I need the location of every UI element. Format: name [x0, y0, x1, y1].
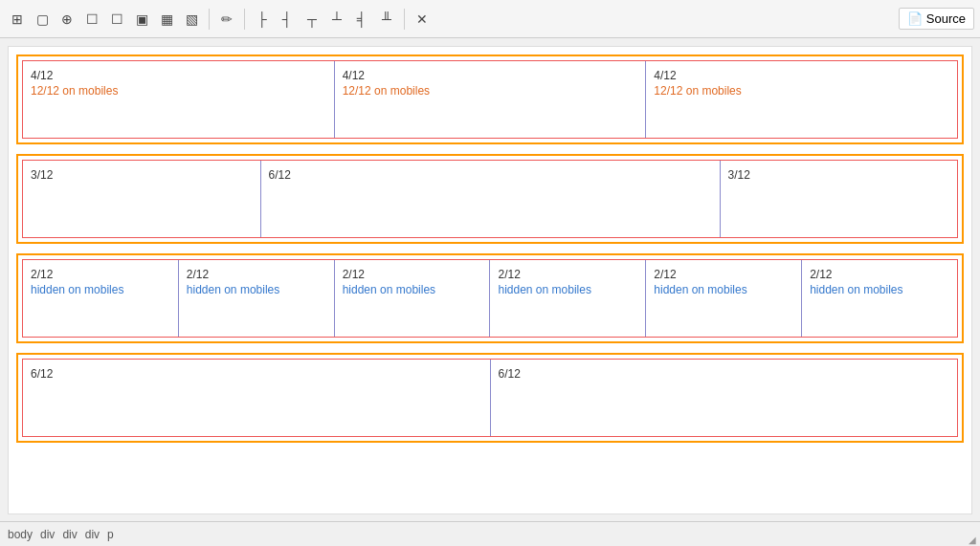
col-sub-label: hidden on mobiles: [31, 283, 170, 296]
col-fraction-label: 2/12: [31, 268, 170, 281]
col-cell-r1-c2[interactable]: 4/1212/12 on mobiles: [335, 61, 647, 138]
row-sel-icon[interactable]: ☐: [105, 8, 128, 31]
insert-col-icon[interactable]: ⊕: [56, 8, 78, 31]
cols-row-4: 6/126/12: [22, 359, 958, 437]
source-label: Source: [926, 11, 966, 26]
col-fraction-label: 6/12: [31, 367, 482, 381]
col-fraction-label: 6/12: [499, 367, 950, 381]
col-sub-label: hidden on mobiles: [654, 283, 793, 296]
col-sub-label: hidden on mobiles: [343, 283, 482, 296]
col-fraction-label: 6/12: [269, 168, 712, 182]
cols-row-3: 2/12hidden on mobiles2/12hidden on mobil…: [22, 259, 958, 338]
row-container-3: 2/12hidden on mobiles2/12hidden on mobil…: [16, 253, 964, 343]
col-cell-r3-c2[interactable]: 2/12hidden on mobiles: [179, 260, 335, 337]
col-sub-label: hidden on mobiles: [187, 283, 326, 296]
col-cell-r2-c1[interactable]: 3/12: [23, 161, 261, 237]
split-icon[interactable]: ▧: [180, 8, 203, 31]
remove-col-icon[interactable]: ╡: [350, 8, 373, 31]
col-fraction-label: 4/12: [343, 69, 638, 82]
col-sub-label: 12/12 on mobiles: [31, 84, 326, 98]
col-fraction-label: 4/12: [31, 69, 326, 82]
pencil-icon[interactable]: ✏: [215, 8, 238, 31]
col-cell-r1-c1[interactable]: 4/1212/12 on mobiles: [23, 61, 335, 138]
col-cell-r3-c3[interactable]: 2/12hidden on mobiles: [335, 260, 491, 337]
col-fraction-label: 2/12: [498, 268, 637, 281]
col-sub-label: 12/12 on mobiles: [654, 84, 949, 98]
col-fraction-label: 2/12: [343, 268, 482, 281]
col-cell-r2-c2[interactable]: 6/12: [261, 161, 721, 237]
cols-row-1: 4/1212/12 on mobiles4/1212/12 on mobiles…: [22, 60, 958, 139]
canvas-area: 4/1212/12 on mobiles4/1212/12 on mobiles…: [8, 46, 972, 514]
toolbar: ⊞ ▢ ⊕ ☐ ☐ ▣ ▦ ▧ ✏ ├ ┤ ┬ ┴ ╡ ╨ ✕ 📄 Source: [0, 0, 980, 38]
col-sub-label: hidden on mobiles: [810, 283, 949, 296]
col-cell-r3-c5[interactable]: 2/12hidden on mobiles: [646, 260, 802, 337]
col-fraction-label: 2/12: [187, 268, 326, 281]
grid-icon[interactable]: ⊞: [6, 8, 29, 31]
col-cell-r3-c1[interactable]: 2/12hidden on mobiles: [23, 260, 179, 337]
col-sub-label: 12/12 on mobiles: [343, 84, 638, 98]
remove-row-icon[interactable]: ╨: [375, 8, 398, 31]
col-cell-r2-c3[interactable]: 3/12: [721, 161, 958, 237]
row-container-1: 4/1212/12 on mobiles4/1212/12 on mobiles…: [16, 55, 964, 144]
col-cell-r1-c3[interactable]: 4/1212/12 on mobiles: [646, 61, 957, 138]
col-fraction-label: 3/12: [728, 168, 950, 182]
draw-icon[interactable]: ▢: [31, 8, 54, 31]
col-cell-r3-c6[interactable]: 2/12hidden on mobiles: [802, 260, 957, 337]
delete-icon[interactable]: ✕: [411, 8, 434, 31]
col-fraction-label: 4/12: [654, 69, 949, 82]
toolbar-separator-3: [404, 9, 405, 30]
col-fraction-label: 3/12: [31, 168, 253, 182]
col-sel-icon[interactable]: ☐: [80, 8, 103, 31]
source-button[interactable]: 📄 Source: [899, 8, 974, 30]
col-fraction-label: 2/12: [810, 268, 949, 281]
row-container-2: 3/126/123/12: [16, 154, 964, 244]
col-cell-r3-c4[interactable]: 2/12hidden on mobiles: [490, 260, 646, 337]
table-icon[interactable]: ▦: [155, 8, 178, 31]
col-sub-label: hidden on mobiles: [498, 283, 637, 296]
row-container-4: 6/126/12: [16, 353, 964, 443]
cols-row-2: 3/126/123/12: [22, 160, 958, 238]
add-row-above-icon[interactable]: ┬: [301, 8, 323, 31]
col-cell-r4-c1[interactable]: 6/12: [23, 360, 491, 436]
statusbar: body div div div p: [0, 521, 980, 522]
col-fraction-label: 2/12: [654, 268, 793, 281]
nested-icon[interactable]: ▣: [130, 8, 153, 31]
add-col-after-icon[interactable]: ┤: [276, 8, 299, 31]
add-row-below-icon[interactable]: ┴: [325, 8, 348, 31]
source-icon: 📄: [907, 11, 923, 26]
col-cell-r4-c2[interactable]: 6/12: [491, 360, 958, 436]
toolbar-separator-2: [244, 9, 245, 30]
add-col-before-icon[interactable]: ├: [251, 8, 274, 31]
toolbar-separator-1: [209, 9, 210, 30]
